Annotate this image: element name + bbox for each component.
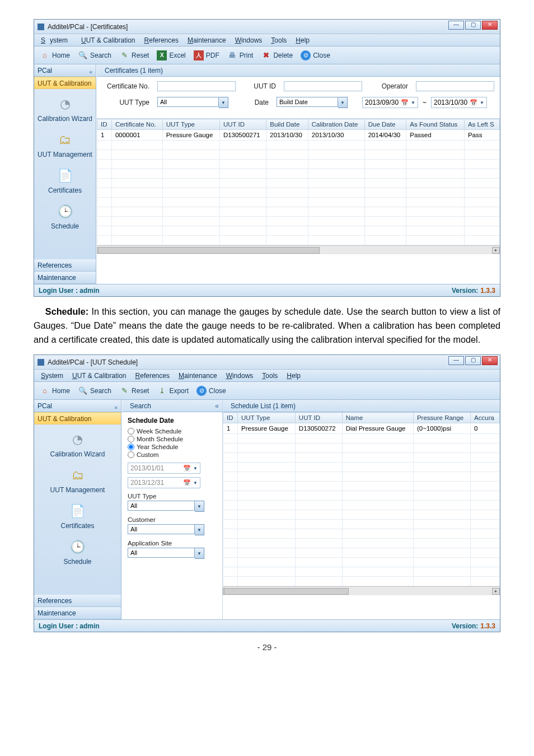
- col-uutid[interactable]: UUT ID: [219, 119, 266, 130]
- menu-windows[interactable]: Windows: [222, 372, 258, 380]
- appsite-combo[interactable]: All▼: [128, 548, 204, 559]
- menu-tools[interactable]: Tools: [257, 372, 282, 380]
- chevron-down-icon[interactable]: ▼: [195, 524, 204, 535]
- col-certno[interactable]: Certificate No.: [111, 119, 162, 130]
- menu-uut-calibration[interactable]: UUT & Calibration: [77, 36, 140, 44]
- nav-section-references[interactable]: References: [34, 595, 121, 607]
- excel-button[interactable]: XExcel: [153, 49, 189, 62]
- nav-calibration-wizard[interactable]: ◔Calibration Wizard: [34, 428, 121, 464]
- home-button[interactable]: ⌂Home: [36, 49, 73, 62]
- tab-certificates[interactable]: Certificates (1 item): [99, 66, 168, 76]
- nav-calibration-wizard[interactable]: ◔Calibration Wizard: [34, 92, 96, 128]
- col-builddate[interactable]: Build Date: [266, 119, 308, 130]
- col-id[interactable]: ID: [97, 119, 112, 130]
- menu-maintenance[interactable]: Maintenance: [174, 372, 222, 380]
- reset-button[interactable]: ✎Reset: [116, 49, 152, 62]
- close-tab-button[interactable]: ⊘Close: [297, 49, 334, 62]
- chevron-left-icon[interactable]: «: [215, 402, 222, 410]
- menu-system[interactable]: System: [36, 372, 68, 380]
- home-button[interactable]: ⌂Home: [36, 385, 73, 397]
- title-bar[interactable]: Additel/PCal - [Certificates] — ▢ ✕: [34, 20, 500, 34]
- col-prange[interactable]: Pressure Range: [413, 413, 470, 423]
- uuttype-combo[interactable]: All▼: [128, 501, 204, 512]
- radio-custom[interactable]: Custom: [128, 451, 217, 458]
- print-button[interactable]: 🖶Print: [224, 49, 257, 62]
- col-uutid[interactable]: UUT ID: [295, 413, 342, 423]
- table-row[interactable]: 1 Pressure Gauge D130500272 Dial Pressur…: [223, 423, 500, 434]
- date-from-input[interactable]: 2013/09/30📅▼: [362, 97, 418, 108]
- col-accuracy[interactable]: Accura: [471, 413, 500, 423]
- menu-help[interactable]: Help: [282, 372, 305, 380]
- tab-search[interactable]: Search: [124, 401, 157, 411]
- nav-section-references[interactable]: References: [34, 259, 96, 272]
- nav-section-maintenance[interactable]: Maintenance: [34, 272, 96, 284]
- minimize-button[interactable]: —: [448, 21, 464, 30]
- nav-schedule[interactable]: 🕒Schedule: [34, 535, 121, 571]
- menu-system[interactable]: System: [36, 36, 77, 44]
- nav-certificates[interactable]: 📄Certificates: [34, 164, 96, 200]
- reset-button[interactable]: ✎Reset: [116, 385, 152, 397]
- chevron-down-icon[interactable]: ▼: [195, 548, 204, 559]
- sched-date-to[interactable]: 2013/12/31📅▼: [128, 477, 200, 488]
- uuttype-combo[interactable]: All▼: [157, 97, 228, 108]
- col-asfound[interactable]: As Found Status: [406, 119, 465, 130]
- tab-schedule-list[interactable]: Schedule List (1 item): [225, 401, 301, 411]
- col-uuttype[interactable]: UUT Type: [238, 413, 296, 423]
- customer-combo[interactable]: All▼: [128, 524, 204, 535]
- menu-uut-calibration[interactable]: UUT & Calibration: [68, 372, 131, 380]
- nav-uut-management[interactable]: 🗂UUT Management: [34, 464, 121, 500]
- menu-maintenance[interactable]: Maintenance: [183, 36, 231, 44]
- nav-header-pcal[interactable]: PCal«: [34, 64, 96, 77]
- uutid-input[interactable]: [284, 81, 362, 91]
- horizontal-scrollbar[interactable]: ◂ ▸: [223, 586, 500, 595]
- radio-year[interactable]: Year Schedule: [128, 444, 217, 450]
- chevron-down-icon[interactable]: ▼: [219, 97, 228, 108]
- date-to-input[interactable]: 2013/10/30📅▼: [431, 97, 487, 108]
- menu-references[interactable]: References: [140, 36, 183, 44]
- col-duedate[interactable]: Due Date: [364, 119, 406, 130]
- minimize-button[interactable]: —: [448, 356, 464, 365]
- nav-certificates[interactable]: 📄Certificates: [34, 500, 121, 535]
- maximize-button[interactable]: ▢: [465, 21, 481, 30]
- scroll-right-icon[interactable]: ▸: [492, 247, 500, 254]
- nav-header-pcal[interactable]: PCal«: [34, 400, 121, 412]
- menu-help[interactable]: Help: [291, 36, 314, 44]
- close-tab-button[interactable]: ⊘Close: [193, 385, 229, 397]
- maximize-button[interactable]: ▢: [465, 356, 481, 365]
- nav-schedule[interactable]: 🕒Schedule: [34, 200, 96, 236]
- radio-week[interactable]: Week Schedule: [128, 428, 217, 435]
- chevron-down-icon[interactable]: ▼: [338, 97, 348, 108]
- scroll-thumb[interactable]: [98, 247, 320, 254]
- col-asleft[interactable]: As Left S: [464, 119, 499, 130]
- menu-tools[interactable]: Tools: [266, 36, 291, 44]
- nav-section-maintenance[interactable]: Maintenance: [34, 607, 121, 619]
- sched-date-from[interactable]: 2013/01/01📅▼: [128, 463, 200, 474]
- search-button[interactable]: 🔍Search: [74, 385, 115, 397]
- search-button[interactable]: 🔍Search: [74, 49, 115, 62]
- close-window-button[interactable]: ✕: [482, 356, 498, 365]
- nav-section-uut[interactable]: UUT & Calibration: [34, 412, 121, 424]
- menu-windows[interactable]: Windows: [231, 36, 267, 44]
- col-name[interactable]: Name: [342, 413, 413, 423]
- close-window-button[interactable]: ✕: [482, 21, 498, 30]
- certno-input[interactable]: [157, 81, 236, 91]
- horizontal-scrollbar[interactable]: ◂ ▸: [97, 245, 500, 254]
- table-row[interactable]: 1 0000001 Pressure Gauge D130500271 2013…: [97, 130, 500, 141]
- operator-input[interactable]: [416, 81, 494, 91]
- date-field-combo[interactable]: Build Date▼: [277, 97, 348, 108]
- col-caldate[interactable]: Calibration Date: [308, 119, 364, 130]
- chevron-down-icon[interactable]: ▼: [195, 501, 204, 512]
- pdf-button[interactable]: 人PDF: [190, 49, 223, 62]
- scroll-thumb[interactable]: [224, 588, 349, 595]
- col-uuttype[interactable]: UUT Type: [162, 119, 219, 130]
- export-button[interactable]: ⤓Export: [153, 385, 192, 397]
- nav-uut-management[interactable]: 🗂UUT Management: [34, 128, 96, 164]
- scroll-right-icon[interactable]: ▸: [492, 588, 500, 595]
- nav-section-uut[interactable]: UUT & Calibration: [34, 77, 96, 89]
- radio-month[interactable]: Month Schedule: [128, 436, 217, 442]
- title-bar[interactable]: Additel/PCal - [UUT Schedule] — ▢ ✕: [34, 355, 500, 370]
- delete-button[interactable]: ✖Delete: [257, 49, 296, 62]
- wizard-icon: ◔: [55, 96, 75, 113]
- col-id[interactable]: ID: [223, 413, 238, 423]
- menu-references[interactable]: References: [131, 372, 174, 380]
